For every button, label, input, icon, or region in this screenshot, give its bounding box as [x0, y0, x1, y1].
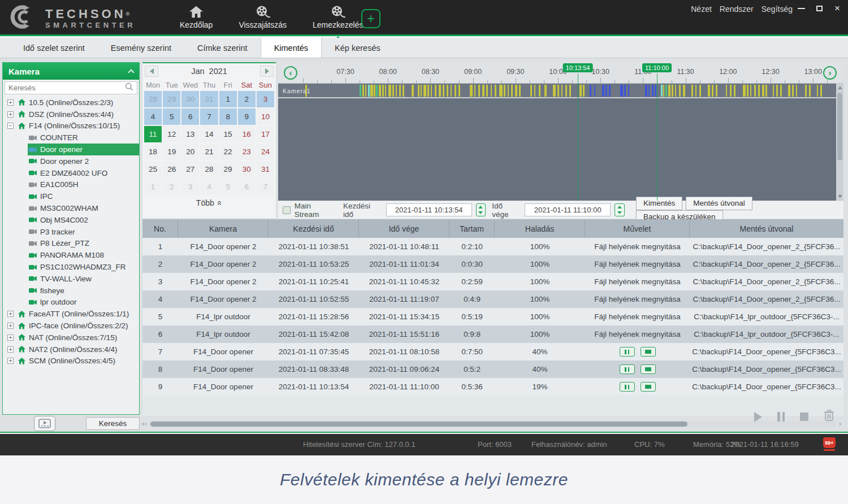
calendar-day[interactable]: 24	[257, 144, 274, 160]
backup-player-button[interactable]	[34, 416, 55, 431]
calendar-day[interactable]: 29	[219, 161, 237, 177]
open-file-location-link[interactable]: Fájl helyének megnyitása	[594, 260, 680, 268]
pause-export-button[interactable]	[620, 347, 635, 357]
calendar-day[interactable]: 4	[200, 179, 218, 195]
search-button[interactable]: Keresés	[86, 417, 140, 430]
tree-expander[interactable]: −	[7, 123, 14, 129]
calendar-day[interactable]: 1	[219, 91, 237, 107]
nav-item-lemezkezelés[interactable]: Lemezkezelés	[309, 3, 367, 35]
scroll-left-icon[interactable]: ‹	[142, 420, 149, 428]
tree-item[interactable]: fisheye	[3, 285, 139, 297]
calendar-day[interactable]: 18	[144, 144, 162, 160]
calendar-day[interactable]: 31	[200, 91, 218, 107]
start-time-stepper[interactable]	[476, 203, 486, 216]
collapse-panel-icon[interactable]	[128, 69, 134, 75]
tree-item[interactable]: Door opener 2	[3, 155, 139, 167]
calendar-day[interactable]: 25	[144, 161, 162, 177]
end-time-input[interactable]	[525, 203, 611, 216]
calendar-day[interactable]: 7	[200, 108, 218, 125]
open-file-location-link[interactable]: Fájl helyének megnyitása	[594, 277, 680, 286]
calendar-day[interactable]: 13	[181, 126, 199, 142]
calendar-day[interactable]: 14	[200, 126, 218, 142]
calendar-day[interactable]: 31	[257, 161, 274, 177]
search-input[interactable]	[8, 84, 125, 92]
open-file-location-link[interactable]: Fájl helyének megnyitása	[594, 312, 680, 321]
hscrollbar-thumb[interactable]	[150, 422, 687, 427]
tree-item[interactable]: IPC	[3, 190, 139, 202]
calendar-day[interactable]: 15	[219, 126, 237, 142]
calendar-day[interactable]: 2	[238, 91, 256, 107]
minimize-button[interactable]	[796, 3, 806, 14]
scrollbar-thumb[interactable]	[837, 93, 842, 160]
tree-expander[interactable]: +	[7, 311, 14, 317]
tree-item[interactable]: lpr outdoor	[3, 297, 139, 309]
calendar-day[interactable]: 29	[163, 91, 180, 107]
stop-icon[interactable]	[800, 412, 808, 421]
tree-expander[interactable]: +	[7, 334, 14, 341]
tree-expander[interactable]: +	[7, 99, 14, 106]
calendar-day[interactable]: 10	[257, 108, 274, 125]
calendar-day[interactable]: 7	[257, 179, 274, 195]
tab-esemény-szerint[interactable]: Esemény szerint	[98, 38, 184, 58]
tree-item[interactable]: +FaceATT (Online/Összes:1/1)	[3, 308, 139, 320]
pause-export-button[interactable]	[620, 382, 635, 392]
calendar-prev-button[interactable]	[145, 66, 158, 77]
tree-item[interactable]: +IPC-face (Online/Összes:2/2)	[3, 320, 139, 332]
tree-item[interactable]: PS1C102WHADMZ3_FR	[3, 261, 139, 273]
menu-item[interactable]: Rendszer	[720, 5, 754, 14]
menu-item[interactable]: Segítség	[762, 5, 793, 14]
calendar-day[interactable]: 1	[144, 179, 162, 195]
save-path-button[interactable]: Mentés útvonal	[686, 197, 752, 210]
main-stream-checkbox[interactable]	[283, 206, 291, 214]
trash-icon[interactable]	[824, 410, 834, 424]
tree-expander[interactable]: +	[7, 111, 14, 118]
tree-item[interactable]: PANORAMA M108	[3, 249, 139, 261]
stop-export-button[interactable]	[641, 347, 656, 357]
pause-export-button[interactable]	[620, 364, 635, 374]
close-button[interactable]: ×	[832, 3, 842, 14]
calendar-day[interactable]: 2	[163, 179, 180, 195]
calendar-day[interactable]: 3	[181, 179, 199, 195]
tree-item[interactable]: +DSZ (Online/Összes:4/4)	[3, 108, 139, 120]
calendar-day[interactable]: 5	[219, 179, 237, 195]
tab-idő-szelet-szerint[interactable]: Idő szelet szerint	[10, 38, 98, 58]
tree-item[interactable]: +NAT2 (Online/Összes:4/4)	[3, 344, 139, 355]
nav-item-visszajátszás[interactable]: Visszajátszás	[235, 3, 290, 35]
tab-kimentés[interactable]: Kimentés	[261, 38, 322, 58]
calendar-day[interactable]: 12	[163, 126, 180, 142]
calendar-day[interactable]: 8	[219, 108, 237, 125]
calendar-day[interactable]: 20	[181, 144, 199, 160]
start-time-input[interactable]	[386, 203, 472, 216]
tree-item[interactable]: Obj MS4C002	[3, 214, 139, 226]
tree-item[interactable]: +10.5 (Online/Összes:2/3)	[3, 97, 139, 108]
open-file-location-link[interactable]: Fájl helyének megnyitása	[594, 330, 680, 338]
scroll-right-icon[interactable]: ›	[837, 420, 843, 428]
tree-item[interactable]: +SCM (Online/Összes:4/5)	[3, 355, 139, 367]
tree-expander[interactable]: +	[7, 323, 14, 329]
calendar-day[interactable]: 22	[219, 144, 237, 160]
tab-kép-keresés[interactable]: Kép keresés	[322, 38, 393, 58]
timeline-next-button[interactable]: ›	[823, 66, 837, 80]
nav-item-kezdőlap[interactable]: Kezdőlap	[176, 3, 216, 35]
tree-item[interactable]: −F14 (Online/Összes:10/15)	[3, 120, 139, 132]
calendar-day[interactable]: 26	[163, 161, 180, 177]
tree-item[interactable]: TV-WALL-View	[3, 273, 139, 285]
export-button[interactable]: Kimentés	[636, 197, 682, 210]
calendar-day[interactable]: 19	[163, 144, 180, 160]
tree-item[interactable]: Door opener	[3, 144, 139, 155]
pause-icon[interactable]	[777, 412, 785, 422]
open-file-location-link[interactable]: Fájl helyének megnyitása	[594, 242, 680, 251]
tree-item[interactable]: +NAT (Online/Összes:7/15)	[3, 332, 139, 344]
end-time-stepper[interactable]	[615, 203, 625, 216]
calendar-day[interactable]: 6	[181, 108, 199, 125]
tree-item[interactable]: COUNTER	[3, 132, 139, 144]
tab-címke-szerint[interactable]: Címke szerint	[184, 38, 261, 58]
calendar-more-button[interactable]: Több«	[142, 196, 276, 210]
open-file-location-link[interactable]: Fájl helyének megnyitása	[594, 295, 680, 303]
calendar-day[interactable]: 30	[181, 91, 199, 107]
menu-item[interactable]: Nézet	[691, 5, 712, 14]
calendar-day[interactable]: 17	[257, 126, 274, 142]
tree-item[interactable]: P8 Lézer_PTZ	[3, 238, 139, 250]
tree-item[interactable]: P3 tracker	[3, 226, 139, 238]
calendar-day[interactable]: 4	[144, 108, 162, 125]
